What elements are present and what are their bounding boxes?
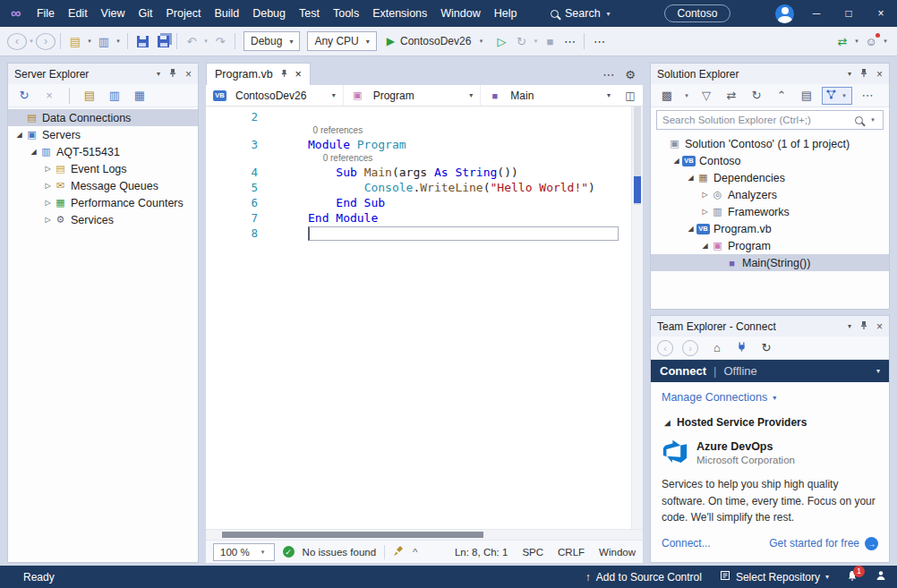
- close-button[interactable]: ×: [865, 0, 897, 27]
- solution-explorer-item-contoso[interactable]: ◢VBContoso: [651, 152, 889, 169]
- project-dropdown[interactable]: VB ContosoDev26 ▾: [206, 85, 344, 106]
- solution-views-button[interactable]: ▾: [822, 87, 852, 105]
- zoom-dropdown[interactable]: 100 % ▾: [213, 543, 275, 561]
- menu-help[interactable]: Help: [487, 0, 524, 27]
- solution-explorer-header[interactable]: Solution Explorer ▾ ×: [651, 64, 889, 84]
- solution-explorer-item-frameworks[interactable]: ▷▥Frameworks: [651, 203, 889, 220]
- window-position-icon[interactable]: ▾: [848, 70, 851, 78]
- feedback-button[interactable]: [876, 570, 886, 584]
- code-text[interactable]: Module Program: [308, 137, 406, 152]
- expand-chevron-icon[interactable]: ^: [413, 547, 417, 558]
- more-options-icon[interactable]: ⋯: [858, 85, 877, 107]
- collapsed-arrow-icon[interactable]: ▷: [42, 165, 54, 173]
- chevron-down-icon[interactable]: ▾: [868, 116, 877, 124]
- chevron-down-icon[interactable]: ▾: [114, 38, 123, 45]
- collapse-all-icon[interactable]: ⌃: [772, 85, 791, 107]
- solution-configurations-dropdown[interactable]: Debug ▾: [243, 31, 300, 51]
- caret-position[interactable]: Ln: 8, Ch: 1: [455, 547, 508, 558]
- home-icon[interactable]: ⌂: [707, 337, 727, 359]
- get-started-link[interactable]: Get started for free →: [769, 537, 878, 550]
- account-button[interactable]: Contoso: [664, 4, 731, 22]
- menu-test[interactable]: Test: [293, 0, 327, 27]
- server-explorer-item-event-logs[interactable]: ▷▤Event Logs: [8, 160, 198, 177]
- code-cleanup-icon[interactable]: [393, 545, 405, 558]
- solution-search-box[interactable]: ▾: [656, 110, 884, 130]
- connect-plug-icon[interactable]: [736, 341, 748, 355]
- maximize-button[interactable]: □: [833, 0, 865, 27]
- expanded-arrow-icon[interactable]: ◢: [13, 131, 25, 139]
- more-commands-icon[interactable]: ⋯: [560, 30, 579, 52]
- vertical-scrollbar[interactable]: [631, 107, 643, 529]
- indentation-mode[interactable]: SPC: [522, 547, 543, 558]
- codelens-text[interactable]: 0 references: [308, 124, 363, 137]
- navigate-backward-icon[interactable]: ‹: [7, 33, 27, 50]
- close-panel-icon[interactable]: ×: [185, 68, 192, 81]
- code-text[interactable]: End Module: [308, 210, 378, 226]
- chevron-down-icon[interactable]: ▾: [27, 38, 36, 45]
- pin-icon[interactable]: [168, 68, 177, 81]
- break-all-icon[interactable]: ■: [540, 30, 560, 52]
- chevron-down-icon[interactable]: ▾: [682, 92, 691, 99]
- expanded-arrow-icon[interactable]: ◢: [28, 148, 39, 156]
- stop-refresh-icon[interactable]: ×: [39, 85, 59, 107]
- toolbar-overflow-icon[interactable]: ⋯: [589, 30, 609, 52]
- expanded-arrow-icon[interactable]: ◢: [671, 157, 682, 165]
- code-text[interactable]: Console.WriteLine("Hello World!"): [308, 180, 595, 195]
- chevron-down-icon[interactable]: ▾: [85, 38, 94, 45]
- menu-build[interactable]: Build: [208, 0, 246, 27]
- collapsed-arrow-icon[interactable]: ▷: [699, 208, 711, 216]
- connect-to-server-icon[interactable]: ▥: [105, 85, 124, 107]
- close-panel-icon[interactable]: ×: [876, 320, 883, 333]
- chevron-down-icon[interactable]: ▾: [201, 38, 210, 45]
- more-tabs-icon[interactable]: ⋯: [602, 68, 614, 81]
- expanded-arrow-icon[interactable]: ◢: [685, 225, 696, 233]
- code-text[interactable]: End Sub: [308, 195, 385, 210]
- server-explorer-item-servers[interactable]: ◢▣Servers: [8, 126, 198, 143]
- collapsed-arrow-icon[interactable]: ▷: [42, 216, 54, 224]
- refresh-icon[interactable]: ↻: [747, 85, 766, 107]
- search-box[interactable]: Search ▾: [543, 5, 618, 21]
- undo-icon[interactable]: ↶: [182, 30, 201, 52]
- chevron-down-icon[interactable]: ▾: [773, 394, 776, 402]
- redo-icon[interactable]: ↷: [210, 30, 230, 52]
- start-without-debugging-icon[interactable]: ▷: [491, 30, 511, 52]
- menu-git[interactable]: Git: [132, 0, 159, 27]
- chevron-down-icon[interactable]: ▾: [876, 367, 880, 375]
- menu-view[interactable]: View: [94, 0, 132, 27]
- server-explorer-item-aqt-515431[interactable]: ◢▥AQT-515431: [8, 143, 198, 160]
- server-explorer-item-message-queues[interactable]: ▷✉Message Queues: [8, 177, 198, 194]
- solution-platforms-dropdown[interactable]: Any CPU ▾: [307, 31, 376, 51]
- save-all-icon[interactable]: [152, 30, 172, 52]
- window-position-icon[interactable]: ▾: [848, 322, 851, 330]
- menu-window[interactable]: Window: [434, 0, 487, 27]
- live-share-icon[interactable]: ⇄: [833, 30, 852, 52]
- solution-explorer-item-program[interactable]: ◢▣Program: [651, 237, 889, 254]
- minimize-button[interactable]: ─: [800, 0, 833, 27]
- menu-debug[interactable]: Debug: [246, 0, 293, 27]
- save-icon[interactable]: [132, 30, 152, 52]
- collapsed-arrow-icon[interactable]: ▷: [42, 199, 54, 207]
- pin-icon[interactable]: [859, 68, 868, 81]
- user-avatar[interactable]: [775, 4, 794, 23]
- collapsed-arrow-icon[interactable]: ▷: [699, 191, 711, 199]
- menu-project[interactable]: Project: [159, 0, 208, 27]
- encoding-label[interactable]: Window: [599, 547, 636, 558]
- codelens-text[interactable]: 0 references: [308, 152, 372, 165]
- menu-edit[interactable]: Edit: [62, 0, 95, 27]
- chevron-down-icon[interactable]: ▾: [852, 38, 861, 45]
- refresh-icon[interactable]: ↻: [14, 85, 34, 107]
- feedback-icon[interactable]: ☺: [861, 30, 881, 52]
- solution-explorer-item-program-vb[interactable]: ◢VBProgram.vb: [651, 220, 889, 237]
- current-line-caret-box[interactable]: [308, 226, 619, 241]
- scrollbar-thumb[interactable]: [222, 532, 483, 538]
- show-all-files-icon[interactable]: ▤: [797, 85, 816, 107]
- solution-explorer-item-main-string[interactable]: ■Main(String()): [651, 254, 889, 271]
- server-explorer-item-performance-counters[interactable]: ▷▦Performance Counters: [8, 194, 198, 211]
- horizontal-scrollbar[interactable]: [206, 529, 643, 540]
- menu-extensions[interactable]: Extensions: [366, 0, 434, 27]
- window-position-icon[interactable]: ▾: [157, 70, 160, 78]
- team-explorer-header[interactable]: Team Explorer - Connect ▾ ×: [651, 316, 889, 337]
- pin-icon[interactable]: [859, 320, 868, 333]
- line-ending[interactable]: CRLF: [558, 547, 585, 558]
- chevron-down-icon[interactable]: ▾: [881, 38, 890, 45]
